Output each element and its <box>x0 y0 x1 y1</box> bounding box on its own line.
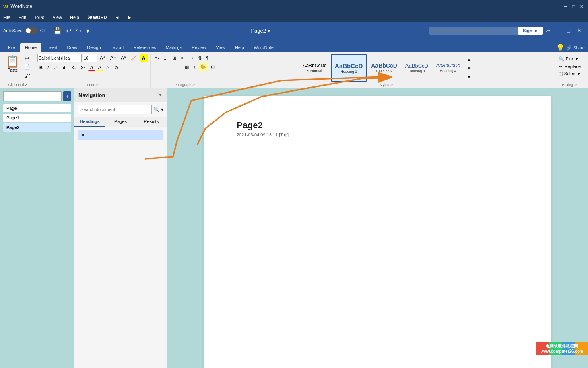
nav-search-input[interactable] <box>78 105 152 114</box>
sort-button[interactable]: ⇅ <box>196 54 204 62</box>
menu-view[interactable]: View <box>51 14 64 21</box>
menu-edit[interactable]: Edit <box>17 14 28 21</box>
font-size-input[interactable] <box>83 54 97 62</box>
font-family-input[interactable] <box>37 54 82 62</box>
style-heading4[interactable]: AaBbCcDc Heading 4 <box>433 54 464 82</box>
cut-button[interactable]: ✂ <box>22 54 32 62</box>
tab-references[interactable]: References <box>129 43 161 52</box>
clipboard-expand-icon[interactable]: ↗ <box>25 83 28 87</box>
align-center-button[interactable]: ≡ <box>160 63 167 71</box>
tab-view[interactable]: View <box>211 43 230 52</box>
text-effects-button[interactable]: A̲ <box>104 64 111 72</box>
styles-expand[interactable]: ▾ <box>465 73 473 81</box>
format-painter-button[interactable]: 🖌 <box>22 72 32 80</box>
paragraph-expand-icon[interactable]: ↗ <box>192 83 195 87</box>
subscript-button[interactable]: X₂ <box>69 64 78 72</box>
bold-button[interactable]: B <box>37 64 45 72</box>
multilevel-button[interactable]: ⊞ <box>171 54 178 62</box>
sidebar-item-page1[interactable]: Page1 <box>3 114 71 122</box>
add-page-button[interactable]: + <box>63 91 71 101</box>
undo-button[interactable]: ↩ <box>64 26 74 35</box>
font-grow-button[interactable]: A⁺ <box>98 54 107 62</box>
sidebar-search-input[interactable] <box>3 91 62 101</box>
sidebar-item-page2[interactable]: Page2 <box>3 123 71 132</box>
line-spacing-button[interactable]: ↕ <box>192 63 198 71</box>
align-left-button[interactable]: ≡ <box>153 63 159 71</box>
editing-expand-icon[interactable]: ↗ <box>574 83 577 87</box>
increase-indent-button[interactable]: ⇥ <box>188 54 195 62</box>
doc-title[interactable]: Page2 ▾ <box>92 28 429 34</box>
heading-nav-item[interactable]: ≡ <box>78 130 163 140</box>
sidebar-item-page[interactable]: Page <box>3 104 71 112</box>
strikethrough-button[interactable]: ab <box>60 64 68 72</box>
style-normal[interactable]: AaBbCcDc ¶ Normal <box>299 54 330 82</box>
tab-layout[interactable]: Layout <box>106 43 129 52</box>
maximize-button[interactable]: □ <box>570 3 577 10</box>
save-button[interactable]: 💾 <box>51 26 64 35</box>
signin-button[interactable]: Sign in <box>518 27 543 35</box>
style-heading1[interactable]: AaBbCcD Heading 1 <box>331 54 367 82</box>
ribbon-maximize-button[interactable]: □ <box>564 27 574 34</box>
minimize-button[interactable]: ─ <box>562 3 569 10</box>
nav-back-button[interactable]: ◄ <box>113 14 121 21</box>
document-area[interactable]: Page2 2021-05-04 09:13:11 [Tag] <box>167 88 588 368</box>
underline-button[interactable]: U <box>52 64 59 72</box>
menu-word[interactable]: 🄦 WORD <box>86 14 109 21</box>
autosave-toggle[interactable] <box>25 27 38 34</box>
menu-help[interactable]: Help <box>68 14 81 21</box>
nav-tab-pages[interactable]: Pages <box>105 117 136 127</box>
tab-review[interactable]: Review <box>187 43 211 52</box>
decrease-indent-button[interactable]: ⇤ <box>179 54 187 62</box>
select-button[interactable]: ⬚ Select ▾ <box>557 70 582 77</box>
font-case-button[interactable]: Aᵃ <box>119 54 128 62</box>
menu-todo[interactable]: ToDo <box>33 14 46 21</box>
tab-file[interactable]: File <box>3 43 20 52</box>
tell-me-input[interactable] <box>429 27 518 35</box>
find-button[interactable]: 🔍 Find ▾ <box>557 56 582 62</box>
tab-wordnote[interactable]: WordNote <box>249 43 279 52</box>
nav-tab-results[interactable]: Results <box>136 117 167 127</box>
close-button[interactable]: ✕ <box>578 3 585 10</box>
shading-button[interactable]: 🎨 <box>198 63 208 71</box>
nav-tab-headings[interactable]: Headings <box>74 117 105 127</box>
show-formatting-button[interactable]: ¶ <box>204 54 211 62</box>
copy-button[interactable]: 📄 <box>22 63 32 71</box>
text-highlight-button[interactable]: A <box>140 54 148 62</box>
styles-expand-icon[interactable]: ↗ <box>390 83 393 87</box>
font-shrink-button[interactable]: A⁻ <box>108 54 118 62</box>
style-heading3[interactable]: AaBbCcD Heading 3 <box>402 54 432 82</box>
nav-search-options-button[interactable]: ▾ <box>161 107 163 112</box>
font-expand-icon[interactable]: ↗ <box>95 83 98 87</box>
justify-button[interactable]: ≡ <box>175 63 182 71</box>
lightbulb-icon[interactable]: 💡 <box>556 43 565 52</box>
tab-design[interactable]: Design <box>82 43 105 52</box>
ribbon-minimize-button[interactable]: ─ <box>553 27 564 34</box>
redo-button[interactable]: ↪ <box>74 26 84 35</box>
tab-draw[interactable]: Draw <box>62 43 83 52</box>
font-color-button[interactable]: A <box>88 64 95 71</box>
ribbon-window-icon[interactable]: ▱ <box>543 27 553 34</box>
borders-button[interactable]: ⊞ <box>209 63 217 71</box>
tab-insert[interactable]: Insert <box>41 43 62 52</box>
styles-scroll-down[interactable]: ▼ <box>465 64 473 72</box>
nav-forward-button[interactable]: ► <box>126 14 133 21</box>
bullets-button[interactable]: ≡• <box>153 54 161 62</box>
highlight-color-button[interactable]: A <box>96 64 103 71</box>
paste-button[interactable]: 📋 Paste <box>4 54 21 73</box>
italic-button[interactable]: I <box>45 64 51 72</box>
styles-scroll-up[interactable]: ▲ <box>465 55 473 63</box>
replace-button[interactable]: ↔ Replace <box>557 63 582 70</box>
ribbon-close-button[interactable]: ✕ <box>574 27 585 34</box>
nav-search-button[interactable]: 🔍 <box>153 107 159 112</box>
style-heading2[interactable]: AaBbCcD Heading 2 <box>367 54 401 82</box>
columns-button[interactable]: ▦ <box>183 63 191 71</box>
document-content[interactable] <box>237 147 518 308</box>
nav-collapse-button[interactable]: − <box>151 91 155 99</box>
tab-help[interactable]: Help <box>230 43 249 52</box>
nav-close-button[interactable]: ✕ <box>157 91 163 99</box>
menu-file[interactable]: File <box>2 14 12 21</box>
circle-text-button[interactable]: ⊙ <box>112 64 120 72</box>
numbering-button[interactable]: 1. <box>162 54 169 62</box>
customize-qa-button[interactable]: ▾ <box>84 26 92 35</box>
align-right-button[interactable]: ≡ <box>168 63 174 71</box>
